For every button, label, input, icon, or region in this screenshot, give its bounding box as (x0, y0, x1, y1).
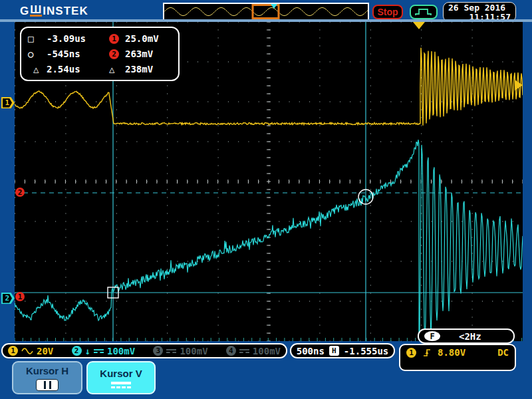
horizontal-position-icon: H (329, 346, 339, 356)
voltage-cursor2-badge-number: 2 (18, 188, 23, 197)
cursor-delta-row: △ 2.54us △ 238mV (28, 63, 172, 75)
channel-status-bar: 1 20V 2 ↓ 100mV 3 100mV 4 100mV (1, 343, 287, 358)
ch1-scale: 20V (37, 346, 53, 356)
cursor-row-1: □ -3.09us 1 25.0mV (28, 33, 172, 45)
cursor2-symbol: ○ (28, 49, 47, 59)
cursor2-voltage: 263mV (125, 49, 153, 59)
logo-text-instek: INSTEK (43, 5, 88, 18)
timebase-status: 500ns H -1.555us (290, 343, 395, 358)
trigger-level: 8.80V (438, 347, 466, 358)
ch1-status[interactable]: 1 20V (8, 346, 53, 356)
preview-waveform (164, 4, 368, 19)
preview-wave (164, 8, 368, 16)
ch4-badge: 4 (226, 346, 236, 356)
cursor1-channel-badge: 1 (109, 34, 119, 44)
trigger-position-arrow[interactable] (413, 22, 425, 29)
ch2-status[interactable]: 2 ↓ 100mV (72, 346, 136, 356)
frequency-value: <2Hz (459, 331, 481, 342)
horizontal-offset: -1.555us (344, 346, 388, 356)
v-cursor-icon (111, 382, 131, 388)
acquisition-preview-bar (163, 3, 369, 21)
ch3-status[interactable]: 3 100mV (153, 346, 207, 356)
cursor2-channel-badge: 2 (109, 49, 119, 59)
ch1-badge: 1 (8, 346, 18, 356)
cursor-row-2: ○ -545ns 2 263mV (28, 48, 172, 60)
h-cursor-icon (36, 379, 59, 391)
ac-coupling-icon (21, 348, 33, 354)
logo-w-icon: Ш (30, 5, 42, 17)
delta-symbol: △ (28, 64, 47, 74)
cursor1-time: -3.09us (47, 33, 109, 44)
ch2-position-marker[interactable]: 2 (1, 293, 15, 304)
delta-voltage-symbol: △ (109, 64, 125, 74)
brand-logo: GШINSTEK (20, 5, 88, 18)
kursor-v-button[interactable]: Kursor V (86, 361, 156, 394)
ch4-scale: 100mV (253, 346, 281, 356)
ch2-badge: 2 (72, 346, 82, 356)
ch3-badge: 3 (153, 346, 163, 356)
trigger-status: 1 8.80V DC (399, 344, 516, 371)
trigger-type-badge (410, 5, 438, 19)
trigger-frequency-badge: F <2Hz (418, 329, 515, 344)
trigger-coupling: DC (497, 347, 509, 358)
ch2-scale: 100mV (107, 346, 135, 356)
voltage-cursor1-badge-number: 1 (18, 293, 23, 301)
cursor2-time: -545ns (47, 49, 109, 59)
dc-coupling-icon (166, 349, 176, 353)
trigger-source-badge: 1 (406, 348, 416, 358)
cursor1-voltage: 25.0mV (125, 33, 159, 44)
delta-time: 2.54us (47, 64, 109, 74)
run-stop-indicator[interactable]: Stop (372, 5, 403, 19)
date-text: 26 Sep 2016 (448, 3, 511, 13)
kursor-h-button[interactable]: Kursor H (12, 361, 82, 394)
kursor-h-label: Kursor H (26, 365, 68, 376)
ch1-position-marker[interactable]: 1 (1, 97, 15, 108)
delta-voltage: 238mV (125, 64, 153, 74)
dc-coupling-icon (94, 349, 104, 353)
invert-arrow-icon: ↓ (85, 346, 90, 356)
cursor1-symbol: □ (28, 33, 47, 44)
pulse-icon (414, 7, 433, 17)
kursor-v-label: Kursor V (100, 368, 142, 379)
ch4-status[interactable]: 4 100mV (226, 346, 281, 356)
timebase-scale: 500ns (297, 346, 325, 356)
logo-text-g: G (20, 5, 29, 18)
scope-display-area: 21 □ -3.09us 1 25.0mV ○ -545ns 2 263mV △… (15, 22, 523, 341)
frequency-icon: F (424, 331, 440, 341)
trigger-status-line: 1 8.80V DC (406, 347, 509, 358)
trace-ch2 (15, 140, 523, 340)
ch3-scale: 100mV (180, 346, 207, 356)
rising-edge-icon (422, 348, 432, 358)
dc-coupling-icon (239, 349, 249, 353)
cursor-readout-panel: □ -3.09us 1 25.0mV ○ -545ns 2 263mV △ 2.… (20, 27, 180, 81)
